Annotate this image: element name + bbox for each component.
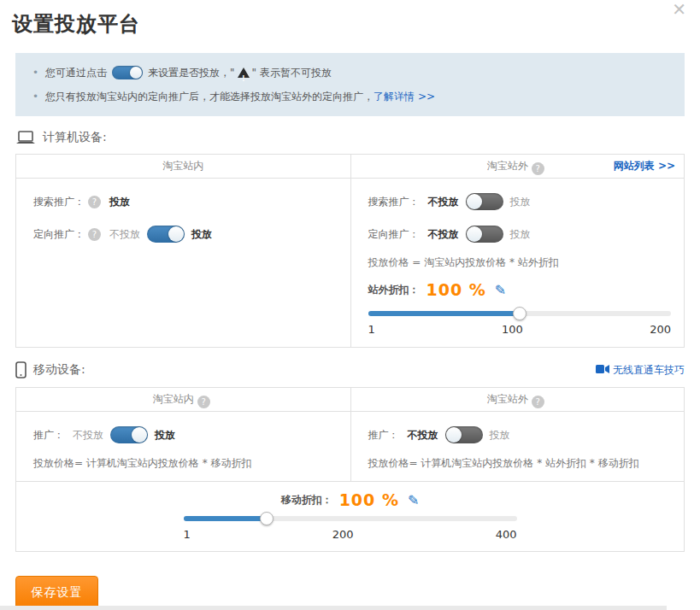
phone-icon [15, 361, 26, 378]
slider-fill [184, 516, 268, 521]
computer-onsite-search-row: 搜索推广：? 投放 [33, 191, 338, 213]
computer-offsite-cell: 搜索推广： 不投放 投放 定向推广： 不投放 投放 投放价格 = 淘宝站内投放价… [350, 179, 685, 347]
toggle-knob[interactable] [132, 427, 147, 443]
computer-offsite-target-toggle[interactable] [466, 226, 503, 243]
promo-off-label: 不投放 [408, 428, 438, 443]
computer-onsite-header-label: 淘宝站内 [162, 160, 203, 172]
computer-table-header: 淘宝站内 淘宝站外? 网站列表 >> [16, 155, 684, 179]
slider-max-label: 200 [650, 323, 671, 336]
mobile-onsite-price-formula: 投放价格= 计算机淘宝站内投放价格 * 移动折扣 [33, 456, 338, 471]
slider-knob[interactable] [260, 512, 274, 525]
computer-offsite-target-row: 定向推广： 不投放 投放 [368, 223, 673, 245]
computer-table: 淘宝站内 淘宝站外? 网站列表 >> 搜索推广：? 投放 定向推广：? 不投放 … [15, 154, 685, 348]
computer-section-title: 计算机设备: [43, 130, 107, 145]
edit-pencil-icon[interactable]: ✎ [408, 492, 419, 508]
learn-more-link[interactable]: 了解详情 >> [374, 87, 435, 106]
mobile-onsite-promo-toggle[interactable] [110, 426, 148, 443]
target-off-label: 不投放 [428, 227, 459, 242]
website-list-link[interactable]: 网站列表 >> [614, 155, 675, 178]
target-promo-label: 定向推广： [33, 227, 85, 242]
notice-line-2: 您只有投放淘宝站内的定向推广后，才能选择投放淘宝站外的定向推广， 了解详情 >> [32, 87, 671, 106]
promo-on-label: 投放 [155, 428, 175, 443]
toggle-knob[interactable] [467, 226, 482, 242]
wireless-tips-link[interactable]: 无线直通车技巧 [596, 363, 685, 378]
search-on-label: 投放 [510, 195, 531, 209]
toggle-knob [130, 67, 142, 79]
example-toggle-icon [112, 66, 143, 79]
edit-pencil-icon[interactable]: ✎ [495, 282, 506, 298]
help-icon[interactable]: ? [532, 162, 544, 175]
close-icon[interactable]: ✕ [672, 0, 686, 19]
mobile-offsite-header: 淘宝站外? [350, 388, 685, 411]
computer-offsite-search-row: 搜索推广： 不投放 投放 [368, 191, 673, 213]
offsite-discount-value: 100 % [426, 280, 486, 299]
notice-line2-text: 您只有投放淘宝站内的定向推广后，才能选择投放淘宝站外的定向推广， [45, 87, 374, 106]
mobile-table-header: 淘宝站内? 淘宝站外? [16, 388, 684, 412]
promo-label: 推广： [33, 428, 64, 443]
dialog-bottom-edge [0, 606, 667, 610]
mobile-onsite-cell: 推广： 不投放 投放 投放价格= 计算机淘宝站内投放价格 * 移动折扣 [16, 412, 350, 481]
help-icon[interactable]: ? [197, 396, 210, 408]
mobile-table-body: 推广： 不投放 投放 投放价格= 计算机淘宝站内投放价格 * 移动折扣 推广： … [16, 412, 684, 481]
search-promo-label: 搜索推广： [33, 195, 85, 209]
computer-onsite-target-toggle[interactable] [147, 226, 185, 243]
mobile-offsite-promo-toggle[interactable] [445, 426, 483, 443]
mobile-offsite-header-label: 淘宝站外 [487, 393, 528, 405]
help-icon[interactable]: ? [88, 196, 101, 208]
help-icon[interactable]: ? [88, 228, 101, 241]
mobile-discount-row: 移动折扣： 100 % ✎ 1 200 400 [16, 481, 684, 551]
computer-offsite-search-toggle[interactable] [466, 193, 503, 210]
notice-box: 您可通过点击 来设置是否投放，" ! " 表示暂不可投放 您只有投放淘宝站内的定… [15, 53, 685, 116]
offsite-discount-label: 站外折扣： [368, 283, 420, 297]
mobile-onsite-header: 淘宝站内? [16, 388, 350, 411]
slider-mid-label: 100 [502, 323, 523, 336]
slider-fill [368, 311, 520, 316]
mobile-discount-value: 100 % [339, 490, 399, 509]
mobile-section-title: 移动设备: [33, 362, 85, 378]
offsite-discount-slider[interactable] [368, 311, 672, 316]
offsite-slider-labels: 1 100 200 [368, 323, 672, 336]
promo-off-label: 不投放 [73, 428, 103, 443]
notice-line1-mid: 来设置是否投放，" [148, 63, 235, 82]
slider-min-label: 1 [184, 528, 191, 541]
notice-line1-end: " 表示暂不可投放 [252, 63, 332, 82]
mobile-section-header: 移动设备: 无线直通车技巧 [15, 361, 685, 378]
toggle-knob[interactable] [446, 427, 462, 443]
mobile-offsite-price-formula: 投放价格= 计算机淘宝站内投放价格 * 站外折扣 * 移动折扣 [368, 456, 673, 471]
toggle-knob[interactable] [467, 194, 482, 209]
video-camera-icon [596, 364, 609, 374]
warning-icon: ! [238, 67, 250, 78]
mobile-discount-slider-wrap: 1 200 400 [184, 516, 517, 541]
mobile-slider-labels: 1 200 400 [184, 528, 517, 541]
target-off-label: 不投放 [109, 227, 140, 242]
toggle-knob[interactable] [168, 226, 184, 242]
mobile-discount-label: 移动折扣： [281, 493, 332, 507]
slider-min-label: 1 [368, 323, 375, 336]
offsite-discount-line: 站外折扣： 100 % ✎ [368, 280, 673, 299]
slider-max-label: 400 [496, 528, 517, 541]
mobile-onsite-header-label: 淘宝站内 [153, 393, 194, 405]
help-icon[interactable]: ? [532, 396, 544, 408]
save-settings-button[interactable]: 保存设置 [15, 576, 98, 609]
mobile-offsite-promo-row: 推广： 不投放 投放 [368, 424, 673, 446]
computer-onsite-cell: 搜索推广：? 投放 定向推广：? 不投放 投放 [16, 179, 350, 347]
mobile-discount-slider[interactable] [184, 516, 517, 521]
target-promo-label: 定向推广： [368, 227, 420, 242]
offsite-price-formula: 投放价格 = 淘宝站内投放价格 * 站外折扣 [368, 255, 673, 270]
computer-offsite-header-label: 淘宝站外 [487, 160, 528, 172]
slider-knob[interactable] [513, 307, 526, 320]
search-promo-state: 投放 [109, 195, 130, 209]
computer-table-body: 搜索推广：? 投放 定向推广：? 不投放 投放 搜索推广： 不投放 投放 [16, 179, 684, 347]
computer-onsite-header: 淘宝站内 [16, 155, 350, 178]
slider-mid-label: 200 [332, 528, 354, 541]
mobile-offsite-cell: 推广： 不投放 投放 投放价格= 计算机淘宝站内投放价格 * 站外折扣 * 移动… [350, 412, 685, 481]
wireless-tips-label: 无线直通车技巧 [613, 364, 685, 376]
notice-line-1: 您可通过点击 来设置是否投放，" ! " 表示暂不可投放 [32, 63, 671, 82]
computer-section-header: 计算机设备: [15, 130, 685, 145]
target-on-label: 投放 [510, 227, 531, 242]
target-on-label: 投放 [191, 227, 212, 242]
offsite-discount-slider-wrap: 1 100 200 [368, 311, 672, 336]
promo-on-label: 投放 [490, 428, 510, 443]
laptop-icon [15, 131, 36, 145]
notice-line1-pre: 您可通过点击 [45, 63, 107, 82]
